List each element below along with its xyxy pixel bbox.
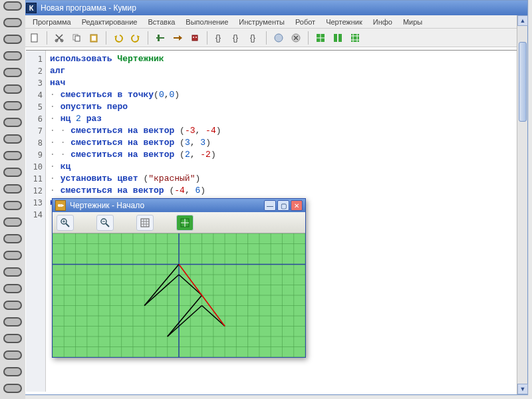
- drawer-title: Чертежник - Начало: [70, 201, 144, 210]
- svg-point-11: [193, 37, 194, 38]
- maximize-button[interactable]: ▢: [277, 200, 289, 211]
- svg-point-12: [196, 37, 197, 38]
- braces1-button[interactable]: {}: [212, 31, 227, 45]
- menu-миры[interactable]: Миры: [398, 17, 428, 27]
- cut-button[interactable]: [52, 31, 66, 45]
- svg-rect-31: [141, 219, 149, 227]
- drawer-titlebar[interactable]: ✏ Чертежник - Начало — ▢ ✕: [53, 199, 305, 212]
- svg-rect-4: [75, 36, 80, 41]
- svg-text:{}: {}: [233, 33, 238, 43]
- braces2-button[interactable]: {}: [229, 31, 244, 45]
- menu-чертежник[interactable]: Чертежник: [321, 17, 368, 27]
- svg-rect-21: [334, 34, 337, 42]
- svg-line-29: [106, 223, 109, 227]
- redo-button[interactable]: [128, 31, 143, 45]
- svg-rect-10: [192, 35, 198, 41]
- minimize-button[interactable]: —: [264, 200, 276, 211]
- window-title: Новая программа - Кумир: [41, 3, 136, 13]
- paste-button[interactable]: [86, 31, 101, 45]
- line-gutter: 1234567891011121314: [26, 51, 46, 392]
- robot-button[interactable]: [188, 31, 202, 45]
- drawer-toolbar: [53, 212, 305, 233]
- svg-line-72: [144, 275, 179, 306]
- scroll-up-arrow[interactable]: ▲: [517, 15, 528, 26]
- close-button[interactable]: ✕: [291, 200, 303, 211]
- step-button[interactable]: [170, 31, 185, 45]
- run-button[interactable]: [153, 31, 168, 45]
- grid2-button[interactable]: [331, 31, 345, 45]
- copy-button[interactable]: [69, 31, 84, 45]
- zoom-out-button[interactable]: [96, 215, 114, 231]
- menu-программа[interactable]: Программа: [27, 17, 76, 27]
- svg-rect-6: [92, 36, 96, 41]
- svg-rect-8: [158, 35, 160, 41]
- close-tool-button[interactable]: [289, 31, 303, 45]
- scroll-thumb[interactable]: [519, 42, 527, 122]
- grid1-button[interactable]: [313, 31, 328, 45]
- zoom-in-button[interactable]: [57, 215, 74, 231]
- grid3-button[interactable]: [348, 31, 362, 45]
- drawer-canvas[interactable]: [53, 233, 305, 357]
- svg-rect-9: [174, 37, 180, 39]
- svg-point-16: [275, 34, 283, 42]
- app-icon: К: [26, 3, 37, 13]
- svg-text:{}: {}: [250, 33, 255, 43]
- titlebar[interactable]: К Новая программа - Кумир: [23, 1, 527, 15]
- notebook-spiral: [0, 0, 25, 399]
- scroll-down-arrow[interactable]: ▼: [517, 384, 528, 394]
- sphere-button[interactable]: [271, 31, 286, 45]
- svg-rect-22: [338, 34, 342, 42]
- svg-rect-0: [31, 34, 37, 42]
- full-view-button[interactable]: [176, 215, 194, 231]
- menu-вставка[interactable]: Вставка: [142, 17, 180, 27]
- vertical-scrollbar[interactable]: ▲ ▼: [517, 15, 527, 394]
- grid-toggle-button[interactable]: [136, 215, 154, 231]
- svg-rect-23: [351, 34, 359, 42]
- menubar: ПрограммаРедактированиеВставкаВыполнение…: [23, 15, 527, 29]
- svg-rect-7: [156, 37, 164, 39]
- svg-text:{}: {}: [215, 33, 221, 43]
- menu-робот[interactable]: Робот: [290, 17, 321, 27]
- menu-редактирование[interactable]: Редактирование: [76, 17, 143, 27]
- toolbar: {} {} {}: [23, 29, 527, 47]
- new-file-button[interactable]: [27, 31, 42, 45]
- menu-инфо[interactable]: Инфо: [368, 17, 398, 27]
- drawer-icon: ✏: [55, 200, 66, 211]
- svg-line-75: [168, 306, 202, 337]
- undo-button[interactable]: [111, 31, 126, 45]
- menu-выполнение[interactable]: Выполнение: [180, 17, 233, 27]
- svg-line-25: [66, 223, 69, 227]
- menu-инструменты[interactable]: Инструменты: [233, 17, 290, 27]
- drawer-window[interactable]: ✏ Чертежник - Начало — ▢ ✕: [52, 198, 306, 358]
- braces3-button[interactable]: {}: [247, 31, 261, 45]
